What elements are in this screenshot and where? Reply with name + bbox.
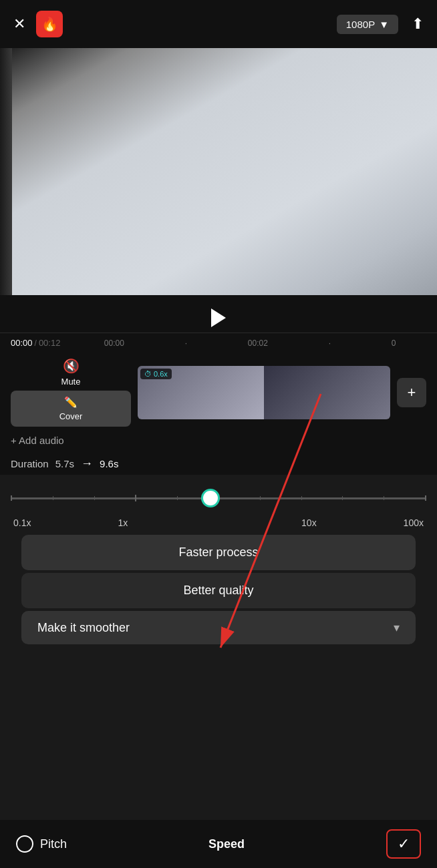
tick-2	[94, 496, 95, 500]
speed-bottom-label: Speed	[208, 837, 245, 851]
edit-icon: ✏️	[64, 396, 78, 409]
add-track-button[interactable]: +	[397, 378, 426, 407]
duration-label: Duration	[11, 458, 49, 469]
speed-slider-row	[11, 481, 426, 515]
tick-6	[301, 496, 302, 500]
thumb-2	[264, 366, 390, 419]
duration-row: Duration 5.7s → 9.6s	[0, 451, 437, 475]
cover-label: Cover	[59, 411, 83, 421]
play-button[interactable]	[211, 308, 226, 327]
tick-5	[260, 496, 261, 500]
video-preview	[0, 48, 437, 295]
speed-label-100x: 100x	[404, 517, 424, 528]
checkmark-icon: ✓	[398, 835, 410, 853]
pitch-label: Pitch	[40, 837, 67, 851]
export-button[interactable]: ⬆	[412, 15, 424, 33]
header-left: ✕ 🔥	[13, 11, 63, 37]
tick-7	[342, 496, 343, 500]
quality-button[interactable]: 1080P ▼	[337, 15, 398, 34]
mute-label: Mute	[61, 377, 81, 387]
speed-slider-track[interactable]	[11, 497, 426, 499]
tick-dot-1: ·	[185, 339, 187, 348]
cover-button[interactable]: ✏️ Cover	[11, 391, 131, 427]
tick-mid	[135, 495, 136, 501]
app-logo: 🔥	[36, 11, 63, 37]
pitch-circle-icon	[16, 835, 33, 853]
speed-dropdown: Faster process Better quality Make it sm…	[21, 535, 416, 644]
tick-end	[425, 495, 426, 501]
speed-badge-value: 0.6x	[154, 370, 168, 378]
clock-icon: ⏱	[144, 370, 152, 378]
confirm-button[interactable]: ✓	[386, 829, 421, 859]
tick-1	[53, 496, 53, 500]
duration-to: 9.6s	[100, 458, 118, 469]
quality-label: 1080P	[346, 19, 375, 30]
plus-icon: +	[408, 384, 416, 401]
play-area	[0, 302, 437, 333]
make-smoother-dropdown[interactable]: Make it smoother ▾	[21, 611, 416, 644]
add-audio-label: + Add audio	[11, 435, 64, 446]
speaker-icon: 🔇	[63, 358, 80, 374]
faster-process-label: Faster process	[178, 546, 258, 559]
tick-start	[11, 495, 12, 501]
header: ✕ 🔥 1080P ▼ ⬆	[0, 0, 437, 48]
tick-label-2: 0	[392, 339, 396, 348]
time-separator: /	[35, 339, 37, 348]
faster-process-option[interactable]: Faster process	[21, 535, 416, 570]
bottom-bar: Pitch Speed ✓	[0, 820, 437, 868]
duration-from: 5.7s	[55, 458, 74, 469]
header-right: 1080P ▼ ⬆	[337, 15, 424, 34]
add-audio-button[interactable]: + Add audio	[0, 432, 437, 451]
speed-label-1x: 1x	[118, 517, 128, 528]
duration-arrow-icon: →	[81, 457, 93, 471]
speed-section: 0.1x 1x 10x 100x Faster process Better q…	[0, 475, 437, 644]
speed-label-01x: 0.1x	[13, 517, 31, 528]
tick-dot-2: ·	[329, 339, 331, 348]
track-area: 🔇 Mute ✏️ Cover ⏱ 0.6x +	[0, 353, 437, 432]
pitch-button[interactable]: Pitch	[16, 835, 67, 853]
mute-button[interactable]: 🔇 Mute	[11, 358, 131, 387]
chevron-down-icon: ▼	[379, 19, 389, 30]
speed-badge: ⏱ 0.6x	[140, 369, 172, 379]
timeline-section: 00:00 / 00:12 00:00 · 00:02 · 0 🔇 Mute ✏…	[0, 295, 437, 475]
total-time: 00:12	[39, 338, 61, 348]
video-track[interactable]: ⏱ 0.6x	[138, 366, 390, 419]
video-frame	[0, 48, 437, 295]
chevron-down-icon: ▾	[394, 620, 400, 635]
play-icon	[211, 308, 226, 327]
tick-3	[177, 496, 178, 500]
speed-slider-thumb[interactable]	[201, 489, 220, 507]
better-quality-label: Better quality	[183, 584, 253, 597]
tick-8	[384, 496, 384, 500]
track-thumbnail	[138, 366, 390, 419]
track-controls: 🔇 Mute ✏️ Cover	[11, 358, 131, 427]
close-button[interactable]: ✕	[13, 17, 25, 31]
current-time: 00:00	[11, 338, 33, 348]
ruler-ticks: 00:00 · 00:02 · 0	[74, 339, 426, 348]
speed-labels: 0.1x 1x 10x 100x	[11, 515, 426, 535]
video-edge	[0, 48, 12, 295]
time-ruler: 00:00 / 00:12 00:00 · 00:02 · 0	[0, 333, 437, 353]
tick-label-1: 00:02	[248, 339, 268, 348]
better-quality-option[interactable]: Better quality	[21, 573, 416, 608]
tick-label-0: 00:00	[104, 339, 124, 348]
speed-label-10x: 10x	[301, 517, 317, 528]
smoother-label: Make it smoother	[37, 621, 130, 635]
